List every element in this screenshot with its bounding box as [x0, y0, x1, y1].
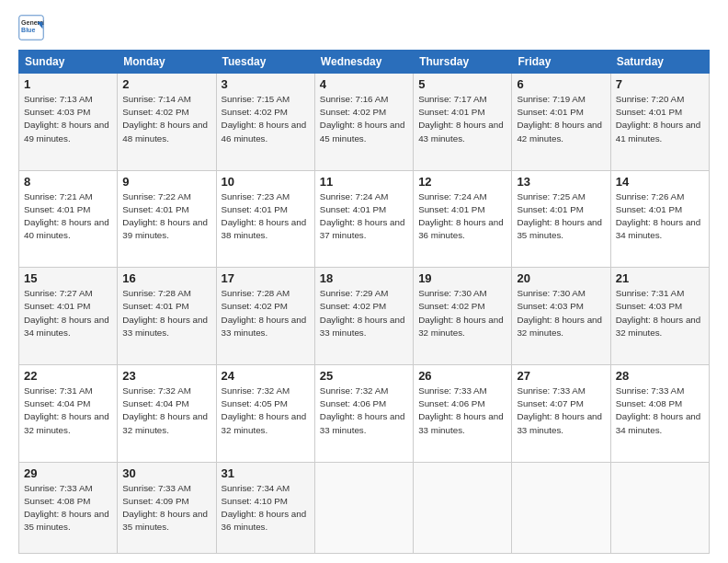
day-number: 2	[122, 77, 210, 91]
day-info: Sunrise: 7:25 AMSunset: 4:01 PMDaylight:…	[517, 190, 605, 243]
calendar-cell: 13Sunrise: 7:25 AMSunset: 4:01 PMDayligh…	[512, 170, 610, 268]
day-number: 5	[418, 77, 506, 91]
weekday-header-friday: Friday	[512, 51, 610, 74]
calendar-week-2: 8Sunrise: 7:21 AMSunset: 4:01 PMDaylight…	[19, 170, 710, 268]
calendar-cell	[512, 462, 610, 553]
day-number: 3	[222, 77, 310, 91]
calendar-cell: 22Sunrise: 7:31 AMSunset: 4:04 PMDayligh…	[19, 364, 118, 462]
calendar-cell: 9Sunrise: 7:22 AMSunset: 4:01 PMDaylight…	[118, 170, 216, 268]
day-number: 13	[517, 175, 605, 189]
day-number: 22	[24, 369, 112, 383]
day-number: 1	[24, 77, 112, 91]
calendar-cell: 28Sunrise: 7:33 AMSunset: 4:08 PMDayligh…	[610, 364, 709, 462]
calendar-cell: 2Sunrise: 7:14 AMSunset: 4:02 PMDaylight…	[118, 74, 216, 171]
day-info: Sunrise: 7:19 AMSunset: 4:01 PMDaylight:…	[517, 93, 605, 145]
day-number: 7	[616, 77, 704, 91]
day-number: 26	[418, 369, 506, 383]
calendar-week-5: 29Sunrise: 7:33 AMSunset: 4:08 PMDayligh…	[19, 462, 710, 553]
header: General Blue	[18, 15, 710, 40]
day-info: Sunrise: 7:15 AMSunset: 4:02 PMDaylight:…	[222, 93, 310, 145]
weekday-header-row: SundayMondayTuesdayWednesdayThursdayFrid…	[19, 51, 710, 74]
day-number: 19	[418, 271, 506, 285]
day-number: 14	[616, 175, 704, 189]
day-info: Sunrise: 7:21 AMSunset: 4:01 PMDaylight:…	[24, 190, 112, 243]
weekday-header-saturday: Saturday	[610, 51, 709, 74]
calendar-cell: 18Sunrise: 7:29 AMSunset: 4:02 PMDayligh…	[314, 268, 413, 365]
calendar-cell: 27Sunrise: 7:33 AMSunset: 4:07 PMDayligh…	[512, 364, 610, 462]
calendar-cell: 31Sunrise: 7:34 AMSunset: 4:10 PMDayligh…	[216, 462, 314, 553]
calendar-week-4: 22Sunrise: 7:31 AMSunset: 4:04 PMDayligh…	[19, 364, 710, 462]
calendar-cell: 1Sunrise: 7:13 AMSunset: 4:03 PMDaylight…	[19, 74, 118, 171]
day-info: Sunrise: 7:28 AMSunset: 4:02 PMDaylight:…	[222, 287, 310, 339]
day-info: Sunrise: 7:33 AMSunset: 4:06 PMDaylight:…	[418, 385, 506, 437]
day-number: 15	[24, 271, 112, 285]
calendar-cell: 23Sunrise: 7:32 AMSunset: 4:04 PMDayligh…	[118, 364, 216, 462]
day-info: Sunrise: 7:26 AMSunset: 4:01 PMDaylight:…	[616, 190, 704, 243]
day-number: 4	[320, 77, 408, 91]
calendar-cell: 25Sunrise: 7:32 AMSunset: 4:06 PMDayligh…	[314, 364, 413, 462]
calendar-cell: 7Sunrise: 7:20 AMSunset: 4:01 PMDaylight…	[610, 74, 709, 171]
day-info: Sunrise: 7:33 AMSunset: 4:08 PMDaylight:…	[24, 482, 112, 534]
day-info: Sunrise: 7:27 AMSunset: 4:01 PMDaylight:…	[24, 287, 112, 339]
calendar-cell: 4Sunrise: 7:16 AMSunset: 4:02 PMDaylight…	[314, 74, 413, 171]
svg-text:Blue: Blue	[21, 27, 35, 33]
day-info: Sunrise: 7:22 AMSunset: 4:01 PMDaylight:…	[122, 190, 210, 243]
weekday-header-tuesday: Tuesday	[216, 51, 314, 74]
weekday-header-thursday: Thursday	[414, 51, 512, 74]
calendar-cell: 21Sunrise: 7:31 AMSunset: 4:03 PMDayligh…	[610, 268, 709, 365]
calendar-cell: 5Sunrise: 7:17 AMSunset: 4:01 PMDaylight…	[414, 74, 512, 171]
day-number: 9	[122, 175, 210, 189]
day-number: 29	[24, 466, 112, 480]
calendar-cell: 19Sunrise: 7:30 AMSunset: 4:02 PMDayligh…	[414, 268, 512, 365]
calendar-cell: 10Sunrise: 7:23 AMSunset: 4:01 PMDayligh…	[216, 170, 314, 268]
day-number: 28	[616, 369, 704, 383]
day-info: Sunrise: 7:32 AMSunset: 4:06 PMDaylight:…	[320, 385, 408, 437]
page: General Blue SundayMondayTuesdayWednesda…	[0, 0, 728, 563]
day-info: Sunrise: 7:32 AMSunset: 4:05 PMDaylight:…	[222, 385, 310, 437]
calendar-cell: 30Sunrise: 7:33 AMSunset: 4:09 PMDayligh…	[118, 462, 216, 553]
day-info: Sunrise: 7:34 AMSunset: 4:10 PMDaylight:…	[222, 482, 310, 534]
day-number: 16	[122, 271, 210, 285]
day-number: 21	[616, 271, 704, 285]
weekday-header-sunday: Sunday	[19, 51, 118, 74]
day-number: 24	[222, 369, 310, 383]
calendar-cell	[610, 462, 709, 553]
day-number: 6	[517, 77, 605, 91]
day-number: 30	[122, 466, 210, 480]
day-info: Sunrise: 7:30 AMSunset: 4:02 PMDaylight:…	[418, 287, 506, 339]
calendar-cell: 14Sunrise: 7:26 AMSunset: 4:01 PMDayligh…	[610, 170, 709, 268]
day-info: Sunrise: 7:23 AMSunset: 4:01 PMDaylight:…	[222, 190, 310, 243]
day-info: Sunrise: 7:20 AMSunset: 4:01 PMDaylight:…	[616, 93, 704, 145]
day-info: Sunrise: 7:14 AMSunset: 4:02 PMDaylight:…	[122, 93, 210, 145]
day-number: 12	[418, 175, 506, 189]
day-number: 27	[517, 369, 605, 383]
calendar-cell	[414, 462, 512, 553]
calendar-cell	[314, 462, 413, 553]
calendar-cell: 17Sunrise: 7:28 AMSunset: 4:02 PMDayligh…	[216, 268, 314, 365]
calendar-week-1: 1Sunrise: 7:13 AMSunset: 4:03 PMDaylight…	[19, 74, 710, 171]
calendar-table: SundayMondayTuesdayWednesdayThursdayFrid…	[18, 50, 710, 554]
day-info: Sunrise: 7:24 AMSunset: 4:01 PMDaylight:…	[320, 190, 408, 243]
calendar-cell: 11Sunrise: 7:24 AMSunset: 4:01 PMDayligh…	[314, 170, 413, 268]
calendar-week-3: 15Sunrise: 7:27 AMSunset: 4:01 PMDayligh…	[19, 268, 710, 365]
logo: General Blue	[18, 15, 44, 40]
day-number: 17	[222, 271, 310, 285]
day-info: Sunrise: 7:33 AMSunset: 4:09 PMDaylight:…	[122, 482, 210, 534]
day-info: Sunrise: 7:31 AMSunset: 4:04 PMDaylight:…	[24, 385, 112, 437]
day-info: Sunrise: 7:30 AMSunset: 4:03 PMDaylight:…	[517, 287, 605, 339]
day-number: 11	[320, 175, 408, 189]
weekday-header-wednesday: Wednesday	[314, 51, 413, 74]
calendar-cell: 26Sunrise: 7:33 AMSunset: 4:06 PMDayligh…	[414, 364, 512, 462]
calendar-cell: 8Sunrise: 7:21 AMSunset: 4:01 PMDaylight…	[19, 170, 118, 268]
day-info: Sunrise: 7:28 AMSunset: 4:01 PMDaylight:…	[122, 287, 210, 339]
calendar-cell: 16Sunrise: 7:28 AMSunset: 4:01 PMDayligh…	[118, 268, 216, 365]
day-info: Sunrise: 7:17 AMSunset: 4:01 PMDaylight:…	[418, 93, 506, 145]
day-number: 8	[24, 175, 112, 189]
day-number: 20	[517, 271, 605, 285]
day-number: 18	[320, 271, 408, 285]
calendar-cell: 6Sunrise: 7:19 AMSunset: 4:01 PMDaylight…	[512, 74, 610, 171]
day-info: Sunrise: 7:13 AMSunset: 4:03 PMDaylight:…	[24, 93, 112, 145]
calendar-cell: 24Sunrise: 7:32 AMSunset: 4:05 PMDayligh…	[216, 364, 314, 462]
calendar-cell: 29Sunrise: 7:33 AMSunset: 4:08 PMDayligh…	[19, 462, 118, 553]
calendar-cell: 3Sunrise: 7:15 AMSunset: 4:02 PMDaylight…	[216, 74, 314, 171]
